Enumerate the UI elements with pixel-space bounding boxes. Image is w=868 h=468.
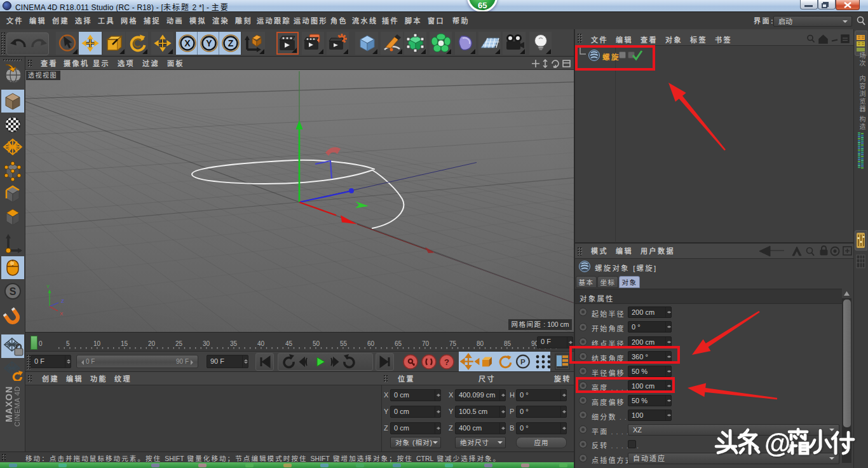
svg-text:@: @ <box>764 429 790 458</box>
